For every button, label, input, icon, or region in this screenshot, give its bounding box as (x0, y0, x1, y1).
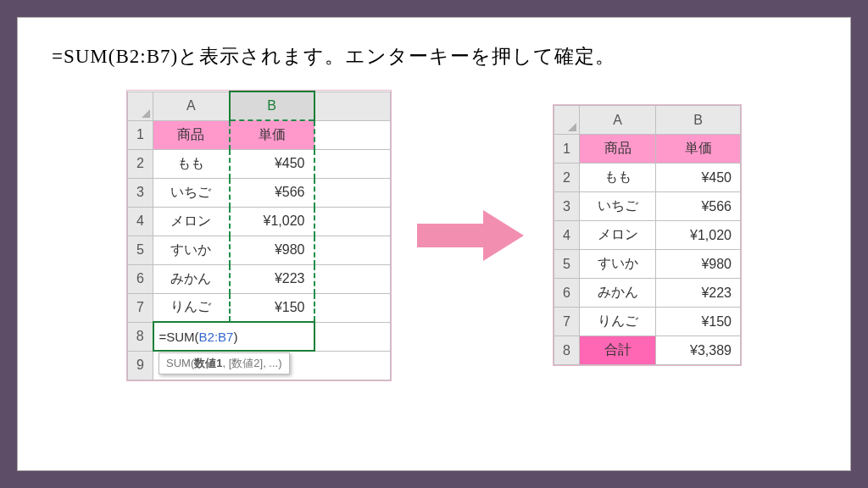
row-header[interactable]: 5 (128, 236, 153, 264)
cell-price[interactable]: ¥223 (230, 264, 314, 293)
formula-ref: B2:B7 (199, 330, 234, 344)
row-header[interactable]: 2 (128, 149, 153, 178)
header-price[interactable]: 単価 (656, 135, 741, 164)
col-header-A[interactable]: A (580, 106, 656, 135)
row-header[interactable]: 8 (554, 336, 580, 365)
tooltip-fn: SUM( (166, 357, 194, 369)
row-header[interactable]: 7 (128, 293, 153, 322)
col-header-B[interactable]: B (230, 92, 314, 120)
formula-prefix: =SUM( (159, 330, 199, 344)
cell-product[interactable]: いちご (153, 178, 230, 207)
caption-text: =SUM(B2:B7)と表示されます。エンターキーを押して確定。 (52, 43, 816, 69)
cell-price[interactable]: ¥450 (230, 149, 314, 178)
arrow-right-icon (417, 210, 527, 261)
select-all-corner[interactable] (554, 106, 580, 135)
row-header[interactable]: 3 (554, 192, 580, 221)
cell[interactable] (314, 236, 391, 264)
formula-tooltip: SUM(数値1, [数値2], ...) (159, 352, 290, 374)
cell-price[interactable]: ¥1,020 (656, 221, 741, 250)
row-header[interactable]: 6 (554, 279, 580, 308)
row-header[interactable]: 4 (128, 207, 153, 236)
cell-product[interactable]: もも (580, 164, 656, 192)
cell-product[interactable]: いちご (580, 192, 656, 221)
content-row: A B 1 商品 単価 2 もも ¥450 3 (52, 90, 816, 381)
cell-price[interactable]: ¥150 (230, 293, 314, 322)
cell-price[interactable]: ¥450 (656, 164, 741, 192)
excel-after: A B 1 商品 単価 2 もも ¥450 3 いちご ¥566 (553, 104, 742, 366)
cell[interactable] (314, 264, 391, 293)
cell-price[interactable]: ¥150 (656, 308, 741, 336)
header-product[interactable]: 商品 (153, 120, 230, 149)
tutorial-slide: =SUM(B2:B7)と表示されます。エンターキーを押して確定。 A B 1 商… (17, 17, 851, 471)
cell-price[interactable]: ¥223 (656, 279, 741, 308)
cell[interactable] (314, 293, 391, 322)
tooltip-cell: SUM(数値1, [数値2], ...) (153, 351, 391, 380)
row-header[interactable]: 2 (554, 164, 580, 192)
cell[interactable] (314, 120, 391, 149)
tooltip-rest: , [数値2], ...) (222, 357, 281, 369)
row-header[interactable]: 1 (128, 120, 153, 149)
cell-product[interactable]: みかん (580, 279, 656, 308)
row-header[interactable]: 1 (554, 135, 580, 164)
cell[interactable] (314, 178, 391, 207)
excel-before: A B 1 商品 単価 2 もも ¥450 3 (126, 90, 392, 381)
cell-product[interactable]: りんご (580, 308, 656, 336)
row-header[interactable]: 8 (128, 322, 153, 351)
header-product[interactable]: 商品 (580, 135, 656, 164)
formula-suffix: ) (233, 330, 237, 344)
header-price[interactable]: 単価 (230, 120, 314, 149)
cell-product[interactable]: みかん (153, 264, 230, 293)
cell-product[interactable]: メロン (580, 221, 656, 250)
sheet-after: A B 1 商品 単価 2 もも ¥450 3 いちご ¥566 (554, 105, 741, 365)
cell-price[interactable]: ¥980 (230, 236, 314, 264)
row-header[interactable]: 4 (554, 221, 580, 250)
cell-product[interactable]: メロン (153, 207, 230, 236)
cell-product[interactable]: もも (153, 149, 230, 178)
cell[interactable] (314, 149, 391, 178)
cell[interactable] (314, 207, 391, 236)
row-header[interactable]: 6 (128, 264, 153, 293)
row-header[interactable]: 3 (128, 178, 153, 207)
select-all-corner[interactable] (128, 92, 153, 120)
tooltip-arg1: 数値1 (194, 357, 222, 369)
row-header[interactable]: 9 (128, 351, 153, 380)
cell-price[interactable]: ¥1,020 (230, 207, 314, 236)
cell-total-label[interactable]: 合計 (580, 336, 656, 365)
col-header-A[interactable]: A (153, 92, 230, 120)
col-header-C[interactable] (314, 92, 391, 120)
cell-product[interactable]: すいか (580, 250, 656, 279)
cell-price[interactable]: ¥566 (656, 192, 741, 221)
cell[interactable] (314, 322, 391, 351)
col-header-B[interactable]: B (656, 106, 741, 135)
cell-product[interactable]: すいか (153, 236, 230, 264)
sheet-before: A B 1 商品 単価 2 もも ¥450 3 (127, 91, 391, 380)
cell-total-value[interactable]: ¥3,389 (656, 336, 741, 365)
cell-product[interactable]: りんご (153, 293, 230, 322)
cell-price[interactable]: ¥980 (656, 250, 741, 279)
formula-cell[interactable]: =SUM(B2:B7) (153, 322, 314, 351)
cell-price[interactable]: ¥566 (230, 178, 314, 207)
row-header[interactable]: 5 (554, 250, 580, 279)
row-header[interactable]: 7 (554, 308, 580, 336)
